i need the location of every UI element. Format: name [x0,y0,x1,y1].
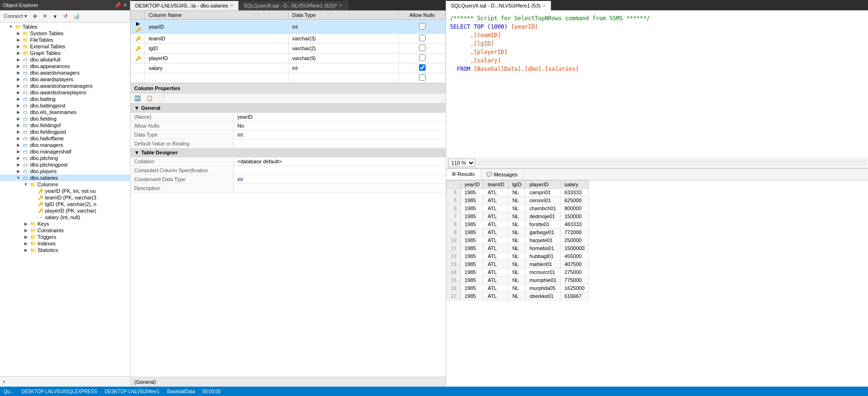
tree-expander-dbo-awardsmanagers[interactable]: ▶ [15,70,22,75]
col-name-cell[interactable]: teamID [145,34,289,44]
allow-null-checkbox[interactable] [419,54,426,61]
tree-item-dbo-fieldingpost[interactable]: ▶🗃dbo.fieldingpost [0,129,130,135]
props-value[interactable] [234,139,446,148]
tree-item-dbo-fielding[interactable]: ▶🗃dbo.fielding [0,115,130,122]
col-name-cell[interactable]: lgID [145,44,289,53]
tree-expander-dbo-awardsplayers[interactable]: ▶ [15,77,22,82]
connect-button[interactable]: Connect ▾ [2,12,29,20]
tree-expander-indexes[interactable]: ▶ [23,241,29,246]
tree-item-dbo-battingpost[interactable]: ▶🗃dbo.battingpost [0,102,130,109]
results-table-row[interactable]: 151985ATLNLmumphie01775000 [447,276,589,284]
col-name-cell[interactable]: salary [145,63,289,73]
tree-expander-dbo-battingpost[interactable]: ▶ [15,103,22,108]
col-datatype-cell[interactable] [288,73,398,83]
results-table-row[interactable]: 51985ATLNLceronri01625000 [447,197,589,205]
tree-item-dbo-awardssharemanagers[interactable]: ▶🗃dbo.awardssharemanagers [0,83,130,89]
props-value[interactable]: <database default> [234,157,446,166]
tab-salaries-close[interactable]: ✕ [230,3,234,8]
tree-expander-dbo-pitching[interactable]: ▶ [15,156,22,160]
tree-item-dbo-players[interactable]: ▶🗃dbo.players [0,168,130,175]
tree-expander-keys[interactable]: ▶ [23,221,29,226]
col-grid-row[interactable]: salaryint [131,63,446,73]
tree-expander-dbo-managershalf[interactable]: ▶ [15,149,22,154]
col-allownull-cell[interactable] [399,53,446,63]
tree-item-columns[interactable]: ▼📁Columns [0,181,130,188]
tree-item-dbo-pitching[interactable]: ▶🗃dbo.pitching [0,155,130,161]
results-table-row[interactable]: 91985ATLNLgarbege01772000 [447,228,589,236]
results-table-row[interactable]: 121985ATLNLhubbagl01455000 [447,252,589,260]
tree-item-dbo-salaries[interactable]: ▼🗃dbo.salaries [0,175,130,181]
tree-expander-statistics[interactable]: ▶ [23,248,29,252]
props-value[interactable] [234,184,446,192]
col-datatype-cell[interactable]: int [288,63,398,73]
tree-item-graph-tables[interactable]: ▶📁Graph Tables [0,50,130,56]
tree-expander-dbo-fieldingpost[interactable]: ▶ [15,129,22,134]
col-datatype-cell[interactable]: varchar(3) [288,34,398,44]
tree-item-dbo-managershalf[interactable]: ▶🗃dbo.managershalf [0,148,130,155]
col-grid-row[interactable] [131,73,446,83]
tree-item-keys[interactable]: ▶📁Keys [0,221,130,227]
props-value[interactable] [234,166,446,175]
horizontal-scrollbar[interactable] [477,161,866,165]
col-name-cell[interactable]: yearID [145,20,289,34]
tab-query9[interactable]: SQLQuery9.sql - D...NLV5IJ#fere1 (53) ✕ [446,1,551,10]
allow-null-checkbox[interactable] [419,35,426,41]
tree-item-file-tables[interactable]: ▶📁FileTables [0,37,130,43]
col-name-cell[interactable] [145,73,289,83]
col-allownull-cell[interactable] [399,73,446,83]
zoom-select[interactable]: 75 %100 %110 %125 %150 %200 % [448,159,475,167]
tree-item-col-playerID[interactable]: 🔑playerID (PK, varchar( [0,207,130,214]
tree-item-col-teamID[interactable]: 🔑teamID (PK, varchar(3 [0,194,130,201]
props-value[interactable]: No [234,122,446,130]
tree-expander-dbo-salaries[interactable]: ▼ [15,175,22,180]
results-table-row[interactable]: 71985ATLNLdedmoje01150000 [447,213,589,221]
col-grid-row[interactable]: ▶🔑yearIDint [131,20,446,34]
allow-null-checkbox[interactable] [419,74,426,81]
tree-item-dbo-awardsplayers[interactable]: ▶🗃dbo.awardsplayers [0,76,130,83]
allow-null-checkbox[interactable] [419,64,426,71]
tree-expander-dbo-players[interactable]: ▶ [15,169,22,174]
tree-expander-dbo-fieldingof[interactable]: ▶ [15,123,22,128]
tree-item-col-salary[interactable]: ▪salary (int, null) [0,214,130,221]
tree-item-col-yearID[interactable]: 🔑yearID (PK, int, not nu [0,188,130,194]
results-table-row[interactable]: 101985ATLNLharpete01250000 [447,236,589,244]
tree-item-dbo-pitchingpost[interactable]: ▶🗃dbo.pitchingpost [0,161,130,168]
tree-expander-constraints[interactable]: ▶ [23,228,29,233]
tree-expander-dbo-managers[interactable]: ▶ [15,143,22,147]
tree-expander-dbo-pitchingpost[interactable]: ▶ [15,162,22,167]
tree-item-dbo-allstarfull[interactable]: ▶🗃dbo.allstarfull [0,56,130,63]
new-query-button[interactable]: ⊕ [31,12,39,20]
col-allownull-cell[interactable] [399,20,446,34]
props-sort-az-button[interactable]: 🔤 [132,94,143,102]
tree-expander-system-tables[interactable]: ▶ [15,31,22,36]
tab-query8[interactable]: SQLQuery8.sql - D...NLV5IJ#fere1 (52))* … [239,1,348,10]
results-table-row[interactable]: 131985ATLNLmahleri01407500 [447,260,589,268]
tree-expander-dbo-awardssharemanagers[interactable]: ▶ [15,84,22,88]
tree-item-dbo-appearances[interactable]: ▶🗃dbo.appearances [0,63,130,69]
tree-expander-dbo-fielding[interactable]: ▶ [15,116,22,121]
results-table-row[interactable]: 61985ATLNLchambch01800000 [447,205,589,213]
tree-item-dbo-awardsmanagers[interactable]: ▶🗃dbo.awardsmanagers [0,69,130,76]
props-section-header-Table Designer[interactable]: ▼Table Designer [130,148,446,157]
tab-salaries[interactable]: DESKTOP-LNLV5IJ#S...ta - dbo.salaries ✕ [130,1,239,10]
col-grid-row[interactable]: 🔑playerIDvarchar(9) [131,53,446,63]
tree-expander-graph-tables[interactable]: ▶ [15,51,22,55]
allow-null-checkbox[interactable] [419,45,426,51]
tree-item-constraints[interactable]: ▶📁Constraints [0,227,130,234]
col-datatype-cell[interactable]: varchar(2) [288,44,398,53]
tab-messages[interactable]: 💬 Messages [481,169,524,180]
results-table-row[interactable]: 171985ATLNLoberkke01616667 [447,292,589,300]
oe-pin-icon[interactable]: 📌 [114,2,121,8]
props-sort-cat-button[interactable]: 📋 [145,94,155,102]
results-table-row[interactable]: 111985ATLNLhornebo011500000 [447,244,589,252]
tree-expander-columns[interactable]: ▼ [23,182,29,187]
props-desc-button[interactable]: 📄 [157,94,167,102]
tree-item-indexes[interactable]: ▶📁Indexes [0,240,130,247]
tree-expander-dbo-els-teamnames[interactable]: ▶ [15,110,22,114]
tree-expander-dbo-halloffame[interactable]: ▶ [15,136,22,141]
results-table-row[interactable]: 141985ATLNLmcmurcr01275000 [447,268,589,276]
tab-query8-close[interactable]: ✕ [339,3,343,8]
tree-item-statistics[interactable]: ▶📁Statistics [0,247,130,253]
props-value[interactable]: int [234,130,446,139]
stop-button[interactable]: ✕ [41,12,49,20]
